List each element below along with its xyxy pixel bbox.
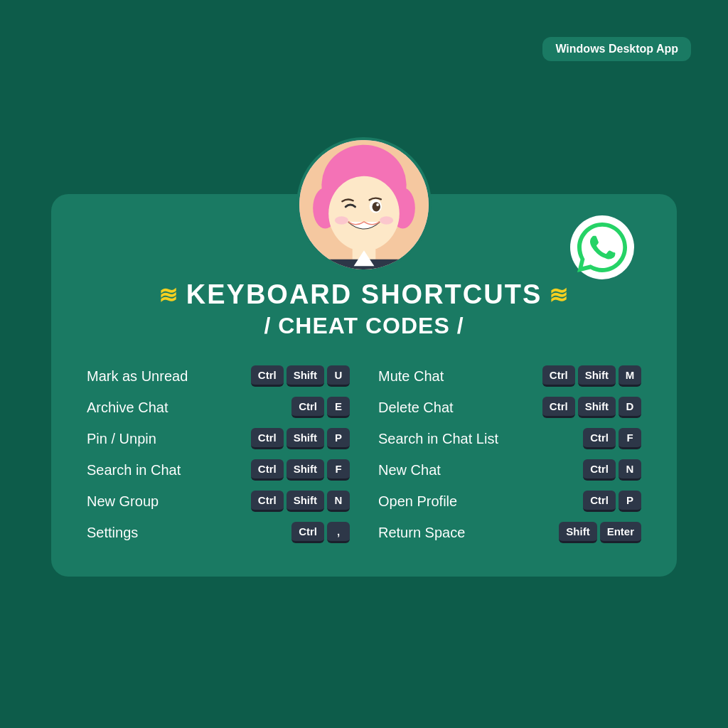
svg-point-8	[376, 203, 379, 206]
key-m: M	[619, 365, 641, 387]
label-mark-unread: Mark as Unread	[87, 368, 200, 385]
svg-point-10	[380, 216, 393, 224]
key-enter: Enter	[600, 522, 641, 543]
title-line1: KEYBOARD SHORTCUTS	[186, 279, 542, 310]
shortcuts-right-column: Mute Chat Ctrl Shift M Delete Chat Ctrl …	[378, 360, 641, 548]
title-section: ≋ KEYBOARD SHORTCUTS ≋ / CHEAT CODES /	[80, 279, 648, 339]
svg-point-9	[335, 216, 348, 224]
key-u: U	[327, 365, 350, 387]
title-line2: / CHEAT CODES /	[80, 313, 648, 339]
shortcut-mute-chat: Mute Chat Ctrl Shift M	[378, 360, 641, 392]
key-ctrl: Ctrl	[542, 397, 575, 418]
keys-settings: Ctrl ,	[291, 522, 350, 543]
key-ctrl: Ctrl	[583, 491, 616, 512]
shortcuts-left-column: Mark as Unread Ctrl Shift U Archive Chat…	[87, 360, 350, 548]
label-archive-chat: Archive Chat	[87, 400, 200, 416]
shortcuts-grid: Mark as Unread Ctrl Shift U Archive Chat…	[80, 360, 648, 548]
key-comma: ,	[327, 522, 350, 543]
keys-open-profile: Ctrl P	[583, 491, 641, 512]
key-p: P	[327, 428, 350, 449]
key-p: P	[619, 491, 641, 512]
label-settings: Settings	[87, 525, 200, 541]
key-shift: Shift	[287, 459, 324, 481]
label-pin-unpin: Pin / Unpin	[87, 431, 200, 447]
key-n: N	[619, 459, 641, 481]
svg-point-7	[372, 202, 380, 211]
label-mute-chat: Mute Chat	[378, 368, 492, 385]
key-ctrl: Ctrl	[583, 459, 616, 481]
main-card: ≋ KEYBOARD SHORTCUTS ≋ / CHEAT CODES / M…	[51, 194, 677, 577]
shortcut-settings: Settings Ctrl ,	[87, 517, 350, 548]
shortcut-open-profile: Open Profile Ctrl P	[378, 486, 641, 517]
label-open-profile: Open Profile	[378, 493, 492, 510]
whatsapp-logo	[570, 215, 634, 279]
key-f: F	[619, 428, 641, 449]
key-ctrl: Ctrl	[291, 522, 324, 543]
label-new-chat: New Chat	[378, 462, 492, 478]
label-search-chat-list: Search in Chat List	[378, 431, 498, 447]
label-new-group: New Group	[87, 493, 200, 510]
avatar-area	[80, 137, 648, 272]
platform-badge: Windows Desktop App	[542, 37, 691, 61]
key-ctrl: Ctrl	[251, 365, 284, 387]
key-shift: Shift	[287, 428, 324, 449]
key-d: D	[619, 397, 641, 418]
key-ctrl: Ctrl	[251, 459, 284, 481]
shortcut-return-space: Return Space Shift Enter	[378, 517, 641, 548]
keys-search-chat-list: Ctrl F	[583, 428, 641, 449]
outer-container: Windows Desktop App	[23, 23, 705, 705]
key-ctrl: Ctrl	[542, 365, 575, 387]
key-ctrl: Ctrl	[291, 397, 324, 418]
keys-mark-unread: Ctrl Shift U	[251, 365, 350, 387]
keys-delete-chat: Ctrl Shift D	[542, 397, 641, 418]
label-search-in-chat: Search in Chat	[87, 462, 200, 478]
avatar	[296, 137, 432, 272]
title-main: ≋ KEYBOARD SHORTCUTS ≋	[80, 279, 648, 310]
keys-return-space: Shift Enter	[559, 522, 641, 543]
key-shift: Shift	[578, 397, 616, 418]
shortcut-archive-chat: Archive Chat Ctrl E	[87, 392, 350, 423]
label-delete-chat: Delete Chat	[378, 400, 492, 416]
key-f: F	[327, 459, 350, 481]
key-shift: Shift	[578, 365, 616, 387]
key-n: N	[327, 491, 350, 512]
shortcut-search-in-chat: Search in Chat Ctrl Shift F	[87, 454, 350, 486]
keys-search-in-chat: Ctrl Shift F	[251, 459, 350, 481]
sparkle-right: ≋	[549, 282, 569, 309]
key-e: E	[327, 397, 350, 418]
shortcut-new-group: New Group Ctrl Shift N	[87, 486, 350, 517]
keys-pin-unpin: Ctrl Shift P	[251, 428, 350, 449]
keys-mute-chat: Ctrl Shift M	[542, 365, 641, 387]
shortcut-new-chat: New Chat Ctrl N	[378, 454, 641, 486]
key-ctrl: Ctrl	[251, 428, 284, 449]
keys-new-chat: Ctrl N	[583, 459, 641, 481]
svg-point-5	[328, 176, 400, 251]
key-shift: Shift	[287, 365, 324, 387]
key-shift: Shift	[559, 522, 596, 543]
sparkle-left: ≋	[159, 282, 179, 309]
key-shift: Shift	[287, 491, 324, 512]
shortcut-pin-unpin: Pin / Unpin Ctrl Shift P	[87, 423, 350, 454]
key-ctrl: Ctrl	[583, 428, 616, 449]
keys-archive-chat: Ctrl E	[291, 397, 350, 418]
shortcut-search-chat-list: Search in Chat List Ctrl F	[378, 423, 641, 454]
shortcut-delete-chat: Delete Chat Ctrl Shift D	[378, 392, 641, 423]
shortcut-mark-unread: Mark as Unread Ctrl Shift U	[87, 360, 350, 392]
key-ctrl: Ctrl	[251, 491, 284, 512]
label-return-space: Return Space	[378, 525, 492, 541]
keys-new-group: Ctrl Shift N	[251, 491, 350, 512]
